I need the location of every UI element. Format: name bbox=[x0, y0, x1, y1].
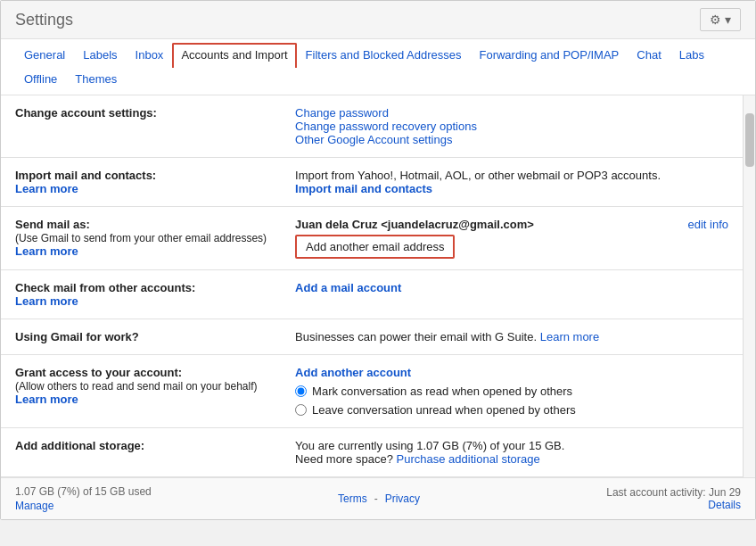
nav-item-filters[interactable]: Filters and Blocked Addresses bbox=[297, 43, 471, 67]
add-mail-account-link[interactable]: Add a mail account bbox=[295, 281, 401, 294]
privacy-link[interactable]: Privacy bbox=[385, 492, 420, 505]
storage-used-text: 1.07 GB (7%) of 15 GB used bbox=[15, 485, 152, 498]
nav-item-themes[interactable]: Themes bbox=[66, 67, 126, 91]
send-mail-learn-more-link[interactable]: Learn more bbox=[15, 244, 78, 258]
last-activity-text: Last account activity: Jun 29 bbox=[606, 486, 741, 499]
footer-separator: - bbox=[374, 492, 378, 505]
radio-mark-read-text: Mark conversation as read when opened by… bbox=[312, 385, 572, 398]
nav-item-forwarding[interactable]: Forwarding and POP/IMAP bbox=[470, 43, 628, 67]
nav-item-inbox[interactable]: Inbox bbox=[127, 43, 173, 67]
add-another-email-button[interactable]: Add another email address bbox=[295, 235, 455, 259]
section-label: Grant access to your account: bbox=[15, 366, 182, 379]
table-row: Grant access to your account: (Allow oth… bbox=[1, 355, 743, 428]
nav-item-labels[interactable]: Labels bbox=[74, 43, 126, 67]
edit-info-link[interactable]: edit info bbox=[687, 218, 728, 231]
radio-leave-unread[interactable] bbox=[295, 404, 307, 416]
change-password-link[interactable]: Change password bbox=[295, 106, 389, 120]
section-sublabel: (Allow others to read and send mail on y… bbox=[15, 380, 257, 393]
nav-item-general[interactable]: General bbox=[15, 43, 74, 67]
storage-text: You are currently using 1.07 GB (7%) of … bbox=[295, 439, 564, 452]
nav-item-offline[interactable]: Offline bbox=[15, 67, 66, 91]
radio-leave-unread-label[interactable]: Leave conversation unread when opened by… bbox=[295, 403, 728, 417]
nav-row-1: General Labels Inbox Accounts and Import… bbox=[15, 39, 741, 67]
footer: 1.07 GB (7%) of 15 GB used Manage Terms … bbox=[1, 477, 755, 519]
settings-table: Change account settings: Change password… bbox=[1, 95, 743, 477]
scrollbar[interactable] bbox=[743, 95, 755, 477]
nav-bar: General Labels Inbox Accounts and Import… bbox=[1, 39, 755, 95]
radio-group: Mark conversation as read when opened by… bbox=[295, 385, 728, 417]
radio-mark-read[interactable] bbox=[295, 385, 307, 397]
chevron-down-icon: ▾ bbox=[725, 12, 731, 27]
page-title: Settings bbox=[15, 11, 73, 29]
gsuite-text: Businesses can power their email with G … bbox=[295, 330, 537, 343]
nav-item-chat[interactable]: Chat bbox=[628, 43, 670, 67]
other-google-account-link[interactable]: Other Google Account settings bbox=[295, 133, 452, 146]
section-label: Change account settings: bbox=[15, 106, 157, 120]
import-mail-contacts-link[interactable]: Import mail and contacts bbox=[295, 182, 432, 195]
section-label: Using Gmail for work? bbox=[15, 330, 139, 343]
add-another-account-link[interactable]: Add another account bbox=[295, 366, 411, 379]
main-content: Change account settings: Change password… bbox=[1, 95, 743, 477]
scroll-thumb[interactable] bbox=[745, 113, 754, 167]
table-row: Import mail and contacts: Learn more Imp… bbox=[1, 158, 743, 207]
table-row: Check mail from other accounts: Learn mo… bbox=[1, 270, 743, 319]
email-row: Juan dela Cruz <juandelacruz@gmail.com> … bbox=[295, 218, 728, 231]
check-mail-learn-more-link[interactable]: Learn more bbox=[15, 294, 78, 308]
nav-item-accounts-and-import[interactable]: Accounts and Import bbox=[172, 43, 296, 68]
change-password-recovery-link[interactable]: Change password recovery options bbox=[295, 120, 477, 133]
terms-link[interactable]: Terms bbox=[338, 492, 367, 505]
gear-icon: ⚙ bbox=[710, 12, 721, 27]
import-learn-more-link[interactable]: Learn more bbox=[15, 182, 78, 195]
footer-center: Terms - Privacy bbox=[338, 492, 420, 505]
email-address-display: Juan dela Cruz <juandelacruz@gmail.com> bbox=[295, 218, 534, 231]
details-link[interactable]: Details bbox=[708, 499, 741, 511]
section-label: Send mail as: bbox=[15, 218, 90, 231]
footer-left: 1.07 GB (7%) of 15 GB used Manage bbox=[15, 485, 152, 512]
section-sublabel: (Use Gmail to send from your other email… bbox=[15, 232, 267, 244]
table-row: Add additional storage: You are currentl… bbox=[1, 428, 743, 477]
gear-button[interactable]: ⚙ ▾ bbox=[700, 8, 741, 31]
nav-row-2: Offline Themes bbox=[15, 67, 741, 95]
import-text: Import from Yahoo!, Hotmail, AOL, or oth… bbox=[295, 169, 661, 182]
table-row: Using Gmail for work? Businesses can pow… bbox=[1, 319, 743, 355]
section-label: Check mail from other accounts: bbox=[15, 281, 195, 294]
gsuite-learn-more-link[interactable]: Learn more bbox=[540, 330, 599, 343]
radio-leave-unread-text: Leave conversation unread when opened by… bbox=[312, 403, 576, 417]
grant-access-learn-more-link[interactable]: Learn more bbox=[15, 393, 78, 406]
nav-item-labs[interactable]: Labs bbox=[670, 43, 713, 67]
table-row: Change account settings: Change password… bbox=[1, 95, 743, 158]
radio-mark-read-label[interactable]: Mark conversation as read when opened by… bbox=[295, 385, 728, 398]
section-label: Import mail and contacts: bbox=[15, 169, 156, 182]
purchase-storage-link[interactable]: Purchase additional storage bbox=[397, 452, 540, 466]
table-row: Send mail as: (Use Gmail to send from yo… bbox=[1, 207, 743, 270]
storage-text2: Need more space? bbox=[295, 452, 393, 466]
footer-right: Last account activity: Jun 29 Details bbox=[606, 486, 741, 511]
section-label: Add additional storage: bbox=[15, 439, 144, 452]
manage-link[interactable]: Manage bbox=[15, 500, 152, 512]
